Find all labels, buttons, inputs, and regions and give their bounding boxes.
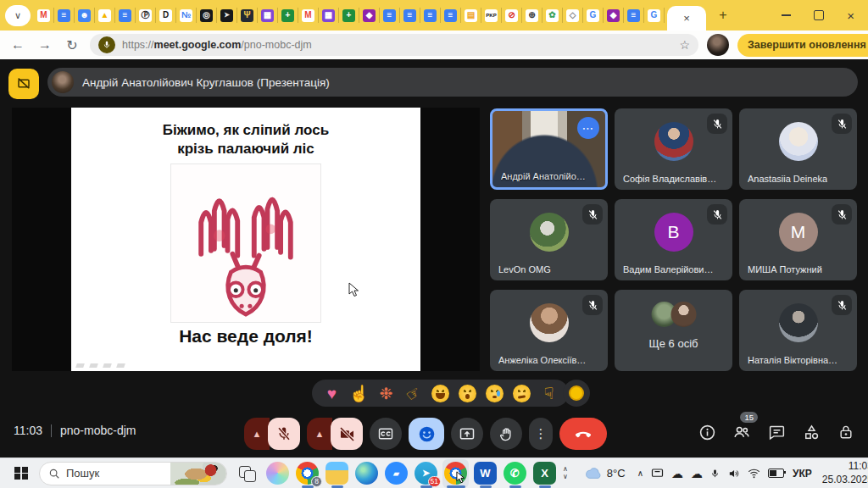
browser-tab[interactable]: Ⓟ bbox=[136, 8, 156, 23]
browser-tab[interactable]: ◎ bbox=[197, 8, 217, 23]
browser-tab[interactable]: D bbox=[156, 8, 176, 23]
battery-icon[interactable] bbox=[768, 469, 784, 478]
browser-tab[interactable]: ≡ bbox=[400, 8, 420, 23]
language-indicator[interactable]: УКР bbox=[793, 468, 812, 480]
search-highlight-bird-image[interactable] bbox=[170, 462, 226, 485]
browser-tab[interactable]: ➤ bbox=[217, 8, 237, 23]
chat-panel-button[interactable] bbox=[766, 422, 787, 442]
browser-tab[interactable]: ≡ bbox=[441, 8, 461, 23]
reload-button[interactable]: ↻ bbox=[63, 37, 81, 53]
taskbar-app[interactable]: 8 bbox=[294, 459, 320, 488]
participant-tile[interactable]: Наталія Вікторівна… bbox=[739, 290, 857, 371]
slide-tools[interactable] bbox=[76, 363, 125, 368]
present-screen-button[interactable] bbox=[451, 418, 483, 450]
wifi-icon[interactable] bbox=[748, 468, 760, 479]
close-tab-icon[interactable]: × bbox=[683, 12, 690, 25]
meeting-details-button[interactable] bbox=[697, 422, 717, 442]
captions-button[interactable] bbox=[370, 418, 402, 450]
taskbar-app[interactable]: ✆ bbox=[502, 459, 528, 488]
browser-tab[interactable]: G bbox=[583, 8, 604, 23]
browser-tab[interactable]: ≡ bbox=[115, 8, 136, 23]
browser-tab[interactable]: ✿ bbox=[542, 8, 563, 23]
presentation-slide[interactable]: Біжимо, як сліпий лось крізь палаючий лі… bbox=[71, 108, 420, 371]
back-button[interactable]: ← bbox=[8, 37, 27, 53]
update-chrome-button[interactable]: Завершити оновлення ⋮ bbox=[737, 34, 868, 57]
end-call-button[interactable] bbox=[559, 418, 607, 450]
taskbar-scroll-chevrons[interactable]: ∧∨ bbox=[563, 466, 568, 481]
browser-tab[interactable]: ◇ bbox=[563, 8, 583, 23]
voice-search-icon[interactable] bbox=[98, 36, 115, 53]
reaction-button[interactable] bbox=[431, 385, 449, 402]
browser-tab[interactable]: Ψ bbox=[237, 8, 258, 23]
reaction-button[interactable] bbox=[486, 385, 504, 402]
skin-tone-button[interactable] bbox=[563, 380, 590, 407]
taskbar-app[interactable] bbox=[264, 459, 291, 488]
reaction-button[interactable]: ☟ bbox=[540, 385, 558, 402]
reaction-button[interactable]: ☞ bbox=[401, 380, 426, 405]
camera-options-chevron[interactable]: ▲ bbox=[307, 418, 332, 450]
reaction-button[interactable] bbox=[513, 385, 531, 402]
browser-tab[interactable]: M bbox=[298, 8, 319, 23]
taskbar-clock[interactable]: 11:03 25.03.2025 bbox=[822, 460, 868, 486]
participant-tile[interactable]: Софія Владиславів… bbox=[615, 108, 732, 190]
participant-tile[interactable]: Ще 6 осіб bbox=[615, 290, 732, 371]
participant-tile[interactable]: М МИША Потужний bbox=[739, 199, 857, 280]
reaction-button[interactable]: ❉ bbox=[377, 385, 395, 402]
browser-tab[interactable]: + bbox=[339, 8, 359, 23]
activities-button[interactable] bbox=[801, 422, 821, 442]
browser-tab[interactable]: ▦ bbox=[258, 8, 278, 23]
reaction-button[interactable] bbox=[459, 385, 476, 402]
browser-tab[interactable]: ☻ bbox=[75, 8, 95, 23]
browser-tab[interactable]: ⊕ bbox=[522, 8, 542, 23]
tile-menu-button[interactable]: ⋯ bbox=[577, 117, 599, 139]
maximize-icon[interactable] bbox=[814, 10, 824, 20]
participant-tile[interactable]: Анжеліка Олексіїв… bbox=[490, 290, 608, 371]
address-bar[interactable]: https://meet.google.com/pno-mobc-djm ☆ bbox=[90, 34, 698, 56]
browser-tab[interactable]: ≡ bbox=[54, 8, 75, 23]
browser-tab[interactable]: ◆ bbox=[604, 8, 624, 23]
browser-tab[interactable]: ◆ bbox=[359, 8, 380, 23]
browser-tab[interactable]: PKP bbox=[481, 8, 502, 23]
taskbar-app[interactable]: ▰ bbox=[383, 459, 409, 488]
presenter-banner[interactable]: Андрій Анатолійович Круглашов (Презентац… bbox=[47, 68, 858, 97]
forward-button[interactable]: → bbox=[36, 37, 54, 53]
new-tab-button[interactable]: + bbox=[713, 5, 733, 25]
browser-tab[interactable]: ≡ bbox=[380, 8, 400, 23]
mic-options-chevron[interactable]: ▲ bbox=[244, 418, 270, 450]
camera-toggle-button[interactable] bbox=[331, 418, 363, 450]
participant-tile[interactable]: Anastasiia Deineka bbox=[739, 108, 857, 190]
minimize-icon[interactable] bbox=[782, 14, 791, 16]
taskbar-search[interactable]: Пошук bbox=[39, 462, 227, 485]
raise-hand-button[interactable] bbox=[490, 418, 522, 450]
weather-widget[interactable]: 8°C bbox=[585, 467, 626, 480]
participant-tile[interactable]: ⋯ Андрій Анатолійо… bbox=[490, 108, 608, 190]
reaction-button[interactable]: ☝ bbox=[350, 385, 368, 402]
taskbar-app[interactable]: ➤ 51 bbox=[413, 459, 439, 488]
mic-toggle-button[interactable] bbox=[268, 418, 300, 450]
participants-panel-button[interactable]: 15 bbox=[732, 422, 752, 442]
browser-tab[interactable]: ▦ bbox=[319, 8, 339, 23]
browser-tab[interactable]: + bbox=[278, 8, 298, 23]
taskbar-app[interactable]: W bbox=[472, 459, 498, 488]
browser-tab[interactable]: № bbox=[176, 8, 197, 23]
tray-mic-icon[interactable] bbox=[710, 468, 720, 480]
taskbar-app[interactable]: X bbox=[531, 459, 558, 488]
host-controls-button[interactable] bbox=[836, 422, 856, 442]
task-view-button[interactable] bbox=[239, 466, 256, 481]
profile-avatar[interactable] bbox=[707, 34, 729, 56]
browser-tab[interactable]: M bbox=[34, 8, 54, 23]
reaction-button[interactable]: ♥ bbox=[323, 385, 341, 402]
browser-tab[interactable]: G bbox=[644, 8, 665, 23]
taskbar-app[interactable] bbox=[442, 459, 469, 488]
hidden-icons-chevron[interactable]: ∧ bbox=[637, 469, 643, 478]
browser-tab[interactable]: ≡ bbox=[420, 8, 441, 23]
browser-tab[interactable]: ⊘ bbox=[502, 8, 522, 23]
speaker-icon[interactable] bbox=[727, 468, 740, 480]
virtual-desktop-icon[interactable] bbox=[651, 468, 664, 479]
onedrive-icon[interactable]: ☁ bbox=[691, 468, 703, 480]
presentation-indicator-button[interactable] bbox=[8, 69, 39, 99]
taskbar-app[interactable] bbox=[324, 459, 350, 488]
participant-tile[interactable]: LevOn OMG bbox=[490, 199, 608, 280]
reactions-toggle-button[interactable] bbox=[409, 418, 444, 450]
browser-tab[interactable]: ▲ bbox=[95, 8, 115, 23]
